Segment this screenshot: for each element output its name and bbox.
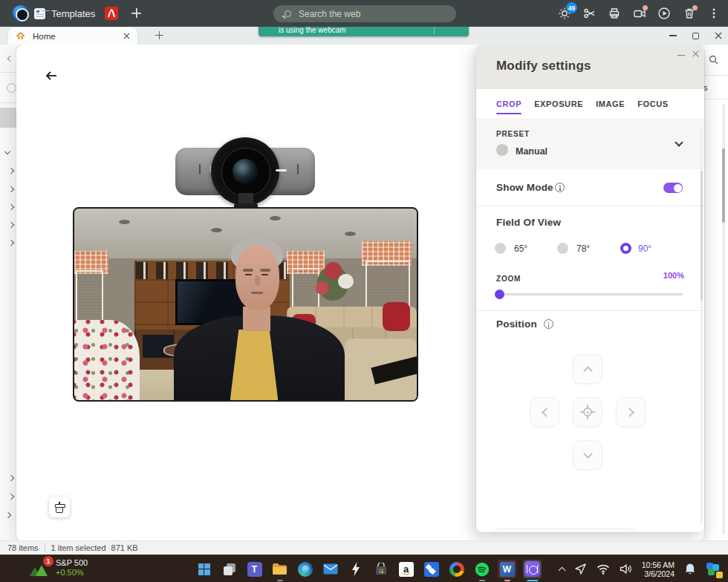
tab-image[interactable]: IMAGE bbox=[596, 89, 625, 119]
brightness-button[interactable]: 49 bbox=[558, 7, 571, 20]
status-size: 871 KB bbox=[111, 543, 138, 552]
trash-button[interactable] bbox=[683, 7, 696, 20]
tab-focus[interactable]: FOCUS bbox=[637, 89, 669, 119]
notification-bell-icon[interactable] bbox=[684, 563, 696, 575]
chevron-down-icon[interactable] bbox=[675, 138, 683, 146]
scrollbar-thumb[interactable] bbox=[722, 148, 725, 223]
widget-title: S&P 500 bbox=[56, 558, 88, 568]
refresh-icon[interactable] bbox=[7, 83, 16, 93]
window-close-icon[interactable] bbox=[715, 32, 722, 39]
zoom-slider-thumb[interactable] bbox=[495, 290, 504, 299]
radio-78[interactable] bbox=[557, 243, 568, 254]
tab-exposure[interactable]: EXPOSURE bbox=[534, 89, 583, 119]
folder-icon bbox=[272, 563, 287, 575]
radio-90[interactable] bbox=[620, 243, 631, 254]
tree-collapse-icon[interactable] bbox=[8, 168, 14, 174]
tray-expand-icon[interactable] bbox=[558, 566, 565, 574]
tab-close-icon[interactable] bbox=[123, 33, 130, 39]
tree-collapse-icon[interactable] bbox=[8, 494, 14, 500]
radio-65-label[interactable]: 65° bbox=[514, 243, 527, 254]
word-button[interactable]: W bbox=[498, 560, 516, 578]
panel-scrollbar[interactable] bbox=[701, 128, 703, 523]
tab-home[interactable]: Home bbox=[7, 27, 138, 45]
close-icon[interactable] bbox=[692, 50, 700, 58]
zoom-label: ZOOM bbox=[496, 275, 521, 283]
printer-icon bbox=[608, 7, 621, 20]
radio-90-label[interactable]: 90° bbox=[638, 243, 651, 254]
store-button[interactable] bbox=[371, 560, 390, 578]
print-button[interactable] bbox=[608, 7, 621, 20]
radio-65[interactable] bbox=[495, 243, 506, 254]
start-button[interactable] bbox=[195, 560, 213, 578]
add-tab-icon[interactable] bbox=[131, 8, 141, 18]
amazon-button[interactable]: a bbox=[397, 560, 415, 578]
new-tab-icon[interactable] bbox=[155, 31, 163, 39]
webcam-device-image: logi bbox=[175, 148, 315, 195]
tree-collapse-icon[interactable] bbox=[5, 512, 11, 518]
search-bar[interactable]: Search the web bbox=[273, 5, 456, 22]
pdf-icon[interactable] bbox=[105, 7, 118, 20]
location-icon[interactable] bbox=[574, 563, 587, 575]
snip-button[interactable] bbox=[583, 7, 597, 20]
panel-tabs: CROP EXPOSURE IMAGE FOCUS bbox=[476, 89, 704, 120]
device-button[interactable] bbox=[49, 497, 70, 517]
running-indicator bbox=[277, 580, 283, 582]
logi-options-button[interactable] bbox=[523, 560, 542, 578]
notification-badge: 49 bbox=[566, 2, 577, 13]
center-position-button[interactable] bbox=[573, 397, 602, 427]
copilot-icon[interactable] bbox=[706, 562, 721, 577]
show-mode-label: Show Mode bbox=[496, 182, 553, 193]
zoom-slider[interactable] bbox=[496, 293, 683, 295]
mail-button[interactable] bbox=[321, 560, 339, 578]
back-arrow-icon[interactable] bbox=[45, 69, 58, 82]
tree-collapse-icon[interactable] bbox=[8, 475, 14, 481]
taskbar-clock[interactable]: 10:56 AM 3/6/2024 bbox=[642, 560, 675, 578]
selected-row-fragment[interactable] bbox=[0, 108, 16, 128]
minimize-icon[interactable] bbox=[677, 55, 685, 56]
search-icon[interactable] bbox=[709, 55, 718, 65]
dropbox-button[interactable] bbox=[422, 560, 441, 578]
info-icon[interactable] bbox=[555, 183, 565, 192]
tree-expand-icon[interactable] bbox=[4, 148, 10, 154]
explorer-scrollbar[interactable] bbox=[722, 104, 725, 534]
tree-collapse-icon[interactable] bbox=[8, 240, 14, 246]
tree-collapse-icon[interactable] bbox=[8, 186, 14, 192]
pan-right-button[interactable] bbox=[616, 397, 646, 427]
window-maximize-icon[interactable] bbox=[692, 33, 699, 39]
teams-button[interactable]: T bbox=[245, 560, 264, 578]
pan-up-button[interactable] bbox=[573, 354, 602, 384]
pan-left-button[interactable] bbox=[530, 397, 559, 427]
edge-button[interactable] bbox=[296, 560, 314, 578]
launcher-button[interactable] bbox=[346, 560, 365, 578]
templates-button[interactable]: Templates bbox=[34, 4, 95, 22]
partial-bottom-button[interactable] bbox=[492, 529, 637, 532]
fov-label: Field Of View bbox=[496, 217, 561, 228]
tree-collapse-icon[interactable] bbox=[8, 222, 14, 228]
window-minimize-icon[interactable] bbox=[669, 35, 677, 36]
back-chevron-icon[interactable] bbox=[7, 56, 13, 62]
preset-swatch bbox=[496, 144, 508, 156]
pan-down-button[interactable] bbox=[573, 440, 602, 470]
file-explorer-button[interactable] bbox=[270, 560, 289, 578]
chrome-button[interactable] bbox=[447, 560, 466, 578]
weather-stock-widget[interactable]: 1 S&P 500 +0.50% bbox=[30, 558, 88, 579]
preset-dropdown[interactable]: PRESET Manual bbox=[476, 120, 704, 169]
tab-crop[interactable]: CROP bbox=[496, 89, 521, 119]
task-view-button[interactable] bbox=[220, 560, 238, 578]
browser-logo-icon[interactable] bbox=[13, 5, 29, 22]
tree-collapse-icon[interactable] bbox=[8, 204, 14, 210]
zoom-value: 100% bbox=[663, 271, 684, 280]
scene-floral-chair bbox=[74, 320, 140, 400]
person-eye bbox=[261, 274, 268, 276]
play-button[interactable] bbox=[657, 7, 671, 20]
camera-button[interactable] bbox=[633, 7, 646, 20]
menu-button[interactable] bbox=[707, 7, 721, 20]
radio-78-label[interactable]: 78° bbox=[576, 243, 590, 254]
explorer-status-bar: 78 items 1 item selected 871 KB bbox=[0, 540, 728, 555]
show-mode-toggle[interactable] bbox=[663, 183, 683, 193]
spotify-button[interactable] bbox=[472, 560, 491, 578]
wifi-icon[interactable] bbox=[597, 564, 610, 575]
info-icon[interactable] bbox=[544, 319, 553, 329]
volume-icon[interactable] bbox=[620, 563, 632, 575]
preset-label: PRESET bbox=[496, 130, 530, 138]
